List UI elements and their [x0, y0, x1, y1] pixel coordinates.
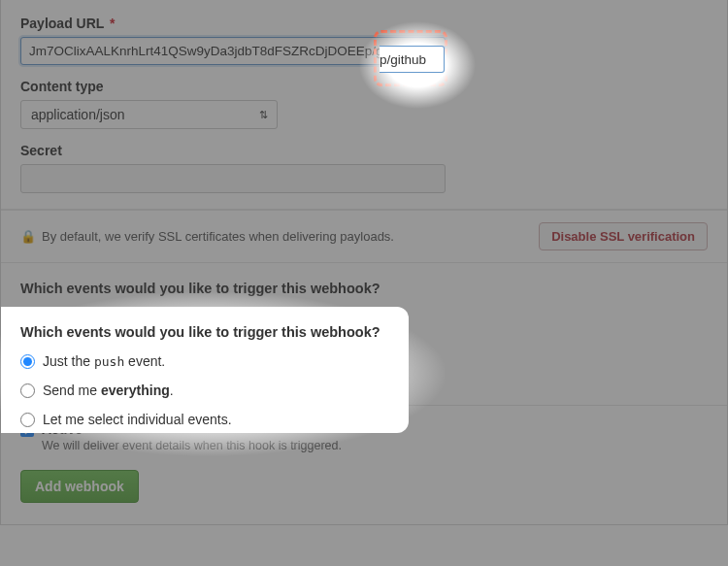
- payload-url-label: Payload URL *: [20, 16, 708, 31]
- payload-section: Payload URL * Content type application/j…: [1, 0, 727, 210]
- active-section: Active We will deliver event details whe…: [1, 405, 727, 462]
- event-option-everything[interactable]: Send me everything.: [20, 339, 708, 354]
- ssl-description: By default, we verify SSL certificates w…: [42, 229, 394, 244]
- event-option-push[interactable]: Just the push event.: [20, 310, 708, 325]
- events-heading: Which events would you like to trigger t…: [20, 281, 708, 296]
- event-label-push: Just the push event.: [43, 310, 165, 325]
- event-option-individual[interactable]: Let me select individual events.: [20, 368, 708, 383]
- content-type-label: Content type: [20, 79, 708, 94]
- content-type-select[interactable]: application/json: [20, 100, 278, 129]
- events-section: Which events would you like to trigger t…: [1, 263, 727, 405]
- ssl-section: 🔒 By default, we verify SSL certificates…: [1, 210, 727, 263]
- submit-section: Add webhook: [1, 462, 727, 524]
- secret-input[interactable]: [20, 164, 446, 193]
- lock-icon: 🔒: [20, 229, 36, 244]
- required-asterisk: *: [110, 16, 115, 31]
- payload-url-input[interactable]: [20, 37, 446, 65]
- event-radio-everything[interactable]: [20, 340, 35, 354]
- secret-label: Secret: [20, 143, 708, 158]
- event-radio-push[interactable]: [20, 311, 35, 325]
- event-label-everything: Send me everything.: [43, 339, 174, 354]
- active-description: We will deliver event details when this …: [42, 439, 342, 452]
- event-radio-individual[interactable]: [20, 369, 35, 383]
- webhook-form: Payload URL * Content type application/j…: [0, 0, 728, 525]
- add-webhook-button[interactable]: Add webhook: [20, 470, 139, 503]
- active-checkbox[interactable]: [20, 423, 34, 437]
- disable-ssl-button[interactable]: Disable SSL verification: [539, 222, 708, 250]
- event-label-individual: Let me select individual events.: [43, 368, 232, 383]
- active-title: Active: [42, 421, 342, 437]
